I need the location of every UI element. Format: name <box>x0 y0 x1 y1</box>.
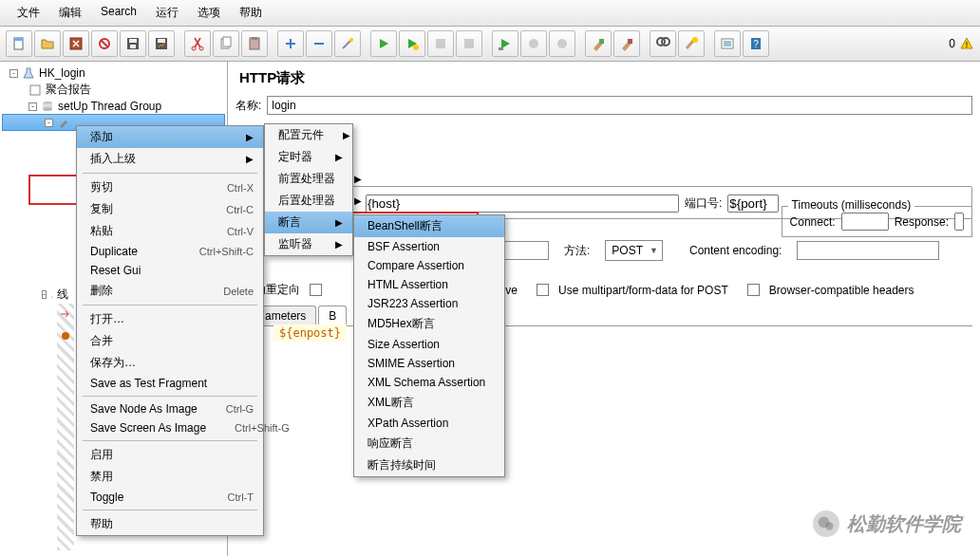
menu-item[interactable]: 后置处理器▶ <box>265 190 352 212</box>
menu-item[interactable]: BeanShell断言 <box>354 215 504 237</box>
menu-item[interactable]: XML Schema Assertion <box>354 373 504 392</box>
menu-item[interactable]: Save Node As ImageCtrl-G <box>77 399 263 418</box>
menu-item[interactable]: 响应断言 <box>354 433 504 454</box>
tree-toggle-icon[interactable]: - <box>28 102 37 111</box>
menu-item[interactable]: Save Screen As ImageCtrl+Shift-G <box>77 418 263 437</box>
host-input[interactable] <box>366 195 679 213</box>
menu-item[interactable]: 剪切Ctrl-X <box>77 176 263 198</box>
encoding-input[interactable] <box>797 241 939 260</box>
menu-file[interactable]: 文件 <box>8 2 49 24</box>
menu-item[interactable]: 监听器▶ <box>265 233 352 255</box>
tree-item-thread[interactable]: - 线 <box>42 286 70 304</box>
shutdown-icon[interactable] <box>456 30 482 57</box>
cut-icon[interactable] <box>184 30 211 57</box>
body-data[interactable]: ${enpost} <box>273 324 347 342</box>
menu-item[interactable]: ToggleCtrl-T <box>77 488 263 507</box>
menu-run[interactable]: 运行 <box>146 2 188 24</box>
menu-search[interactable]: Search <box>91 2 146 24</box>
save-all-icon[interactable] <box>148 30 175 57</box>
menu-item[interactable]: JSR223 Assertion <box>354 294 504 313</box>
tree-label: setUp Thread Group <box>58 100 161 113</box>
menu-item[interactable]: Save as Test Fragment <box>77 374 263 393</box>
undo-icon[interactable] <box>91 30 118 57</box>
menu-item[interactable]: 启用 <box>77 444 263 466</box>
tree-item-setup[interactable]: - setUp Thread Group <box>2 99 225 114</box>
menu-item-label: 保存为… <box>90 355 136 371</box>
menu-item[interactable]: 前置处理器▶ <box>265 168 352 190</box>
method-value: POST <box>612 244 643 257</box>
menu-item[interactable]: 帮助 <box>77 513 263 535</box>
menu-item[interactable]: 添加▶ <box>77 126 263 148</box>
browser-checkbox[interactable] <box>747 284 760 296</box>
menu-edit[interactable]: 编辑 <box>49 2 91 24</box>
wand-icon[interactable] <box>334 30 361 57</box>
copy-icon[interactable] <box>213 30 239 57</box>
redirect-checkbox[interactable] <box>310 284 322 296</box>
menu-item[interactable]: 复制Ctrl-C <box>77 198 263 220</box>
menu-item[interactable]: 粘贴Ctrl-V <box>77 220 263 242</box>
menu-item[interactable]: XPath Assertion <box>354 414 504 433</box>
menu-item[interactable]: Compare Assertion <box>354 256 504 275</box>
close-icon[interactable] <box>63 30 89 57</box>
remote-stop-icon[interactable] <box>520 30 547 57</box>
port-input[interactable] <box>727 195 779 213</box>
menu-item[interactable]: Size Assertion <box>354 335 504 354</box>
menu-item[interactable]: HTML Assertion <box>354 275 504 294</box>
path-input[interactable] <box>501 241 549 260</box>
stop-icon[interactable] <box>427 30 454 57</box>
menu-item-label: 禁用 <box>90 469 113 485</box>
run-icon[interactable] <box>370 30 397 57</box>
tab-body[interactable]: B <box>318 306 347 325</box>
help-icon[interactable]: ? <box>743 30 769 57</box>
expand-icon[interactable] <box>277 30 304 57</box>
clear-icon[interactable] <box>585 30 612 57</box>
menu-options[interactable]: 选项 <box>188 2 230 24</box>
multipart-checkbox[interactable] <box>537 284 549 296</box>
function-icon[interactable] <box>714 30 741 57</box>
menu-item[interactable]: 打开… <box>77 308 263 330</box>
run-no-timer-icon[interactable] <box>399 30 425 57</box>
menu-item[interactable]: 插入上级▶ <box>77 148 263 170</box>
file-new-icon[interactable] <box>6 30 32 57</box>
tree-toggle-icon[interactable]: - <box>42 290 47 299</box>
clear-all-icon[interactable] <box>613 30 640 57</box>
clear-search-icon[interactable] <box>678 30 705 57</box>
panel-title: HTTP请求 <box>236 67 972 93</box>
menu-item[interactable]: 断言持续时间 <box>354 454 504 476</box>
tree-item-summary[interactable]: 聚合报告 <box>2 81 225 99</box>
paste-icon[interactable] <box>241 30 268 57</box>
menu-item[interactable]: 配置元件▶ <box>265 124 352 146</box>
response-input[interactable] <box>954 213 964 231</box>
folder-open-icon[interactable] <box>34 30 61 57</box>
tree-toggle-icon[interactable]: - <box>45 119 53 127</box>
name-input[interactable] <box>267 96 972 115</box>
menu-item[interactable]: 禁用 <box>77 466 263 488</box>
submenu-arrow-icon: ▶ <box>335 174 362 184</box>
save-icon[interactable] <box>120 30 146 57</box>
menu-item[interactable]: 定时器▶ <box>265 146 352 168</box>
menu-help[interactable]: 帮助 <box>230 2 272 24</box>
tree-toggle-icon[interactable]: - <box>9 69 18 78</box>
menu-item[interactable]: 删除Delete <box>77 280 263 302</box>
svg-rect-8 <box>158 39 165 43</box>
menu-item[interactable]: XML断言 <box>354 392 504 414</box>
menu-item[interactable]: Reset Gui <box>77 261 263 280</box>
menu-item[interactable]: DuplicateCtrl+Shift-C <box>77 242 263 261</box>
remote-start-icon[interactable] <box>492 30 518 57</box>
svg-point-16 <box>413 45 419 50</box>
menu-item[interactable]: SMIME Assertion <box>354 354 504 373</box>
find-icon[interactable] <box>650 30 676 57</box>
collapse-icon[interactable] <box>306 30 332 57</box>
menu-item[interactable]: 合并 <box>77 330 263 352</box>
menu-item[interactable]: BSF Assertion <box>354 237 504 256</box>
menu-item[interactable]: 断言▶ <box>265 212 352 233</box>
menu-item[interactable]: 保存为… <box>77 352 263 374</box>
menu-item[interactable]: MD5Hex断言 <box>354 313 504 335</box>
menu-item-label: Duplicate <box>90 245 138 258</box>
remote-shutdown-icon[interactable] <box>549 30 575 57</box>
connect-input[interactable] <box>841 213 889 231</box>
method-select[interactable]: POST <box>605 240 663 261</box>
menu-shortcut: Ctrl-V <box>198 226 254 237</box>
tree-root[interactable]: - HK_login <box>2 65 225 81</box>
watermark-text: 松勤软件学院 <box>847 511 961 537</box>
